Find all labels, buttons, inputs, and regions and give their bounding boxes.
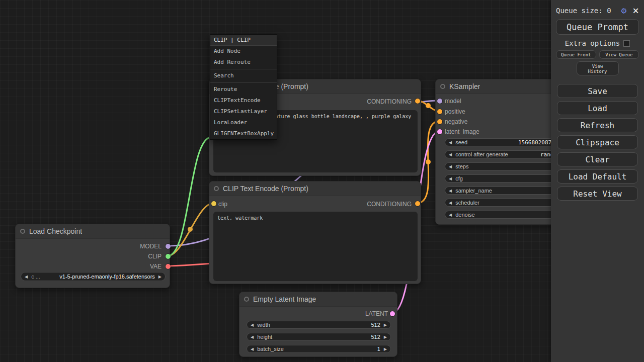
next-arrow-icon[interactable]: ▶ [384, 335, 387, 339]
conditioning-output-label: CONDITIONING [367, 201, 412, 208]
widget-label: denoise [455, 212, 475, 218]
widget-label: batch_size [257, 346, 284, 352]
prev-arrow-icon[interactable]: ◀ [449, 189, 452, 193]
collapse-dot[interactable] [244, 297, 249, 302]
width-widget[interactable]: ◀ width 512 ▶ [247, 321, 391, 329]
height-widget[interactable]: ◀ height 512 ▶ [247, 333, 391, 341]
widget-value: 512 [371, 322, 380, 328]
conditioning-output-dot[interactable] [415, 201, 420, 206]
batch-size-widget[interactable]: ◀ batch_size 1 ▶ [247, 345, 391, 353]
model-input-dot[interactable] [437, 99, 442, 104]
prev-arrow-icon[interactable]: ◀ [449, 201, 452, 205]
menu-item-cliptextencode[interactable]: CLIPTextEncode [210, 95, 277, 106]
comfy-menu-panel: Queue size: 0 ⚙ × Queue Prompt Extra opt… [551, 0, 644, 362]
clear-button[interactable]: Clear [557, 152, 638, 166]
link-dot-clip [188, 227, 193, 232]
node-header[interactable]: Load Checkpoint [16, 224, 170, 239]
prompt-textarea[interactable]: text, watermark [213, 212, 418, 281]
node-empty-latent-image: Empty Latent Image LATENT ◀ width 512 ▶ … [239, 292, 397, 357]
widget-label: steps [455, 163, 468, 169]
widget-label: sampler_name [455, 188, 492, 194]
close-icon[interactable]: × [632, 6, 639, 15]
scheduler-widget[interactable]: ◀ scheduler ▶ [445, 199, 566, 207]
context-menu-title: CLIP | CLIP [210, 35, 277, 46]
sampler-name-widget[interactable]: ◀ sampler_name ▶ [445, 187, 566, 195]
seed-widget[interactable]: ◀ seed 1566802087 ▶ [445, 138, 566, 146]
vae-output-dot[interactable] [166, 264, 171, 269]
denoise-widget[interactable]: ◀ denoise ▶ [445, 211, 566, 219]
view-queue-button[interactable]: View Queue [599, 50, 639, 59]
menu-item-gligentextboxapply[interactable]: GLIGENTextBoxApply [210, 128, 277, 139]
widget-label: control after generate [455, 151, 508, 157]
conditioning-output-label: CONDITIONING [367, 98, 412, 105]
node-header[interactable]: Empty Latent Image [239, 292, 397, 307]
widget-label: seed [455, 139, 467, 145]
latent-input-label: latent_image [445, 128, 479, 135]
menu-item-search[interactable]: Search [210, 70, 277, 81]
model-input-label: model [445, 98, 461, 105]
widget-label: c ... [31, 274, 40, 280]
clipspace-button[interactable]: Clipspace [557, 135, 638, 149]
refresh-button[interactable]: Refresh [557, 118, 638, 132]
widget-label: width [257, 322, 270, 328]
prev-arrow-icon[interactable]: ◀ [449, 152, 452, 157]
clip-output-label: CLIP [148, 253, 162, 260]
link-dot-negative [426, 159, 431, 164]
settings-gear-icon[interactable]: ⚙ [621, 6, 627, 15]
prev-arrow-icon[interactable]: ◀ [251, 335, 254, 339]
save-button[interactable]: Save [557, 84, 638, 98]
prev-arrow-icon[interactable]: ◀ [251, 323, 254, 327]
model-output-dot[interactable] [166, 244, 171, 249]
cfg-widget[interactable]: ◀ cfg ▶ [445, 174, 566, 183]
queue-front-button[interactable]: Queue Front [556, 50, 596, 59]
ckpt-name-widget[interactable]: ◀ c ... v1-5-pruned-emaonly-fp16.safeten… [21, 272, 166, 281]
next-arrow-icon[interactable]: ▶ [384, 323, 387, 327]
prev-arrow-icon[interactable]: ◀ [449, 213, 452, 217]
node-load-checkpoint: Load Checkpoint MODEL CLIP VAE ◀ c ... v… [15, 224, 170, 288]
next-arrow-icon[interactable]: ▶ [158, 275, 162, 279]
load-default-button[interactable]: Load Default [557, 169, 638, 184]
link-release-context-menu: CLIP | CLIP Add Node Add Reroute Search … [210, 34, 277, 140]
link-clip-dragging [168, 137, 211, 256]
steps-widget[interactable]: ◀ steps ▶ [445, 162, 566, 170]
widget-label: scheduler [455, 200, 479, 206]
view-history-button[interactable]: View History [577, 61, 619, 75]
queue-size-label: Queue size: 0 [556, 7, 611, 15]
menu-item-add-node[interactable]: Add Node [210, 46, 277, 57]
comfyui-window: CLIP Text Encode (Prompt) clip CONDITION… [0, 0, 644, 362]
link-dot-positive [426, 103, 431, 108]
prev-arrow-icon[interactable]: ◀ [449, 140, 452, 145]
collapse-dot[interactable] [20, 229, 25, 234]
prev-arrow-icon[interactable]: ◀ [25, 275, 28, 279]
clip-output-dot[interactable] [166, 254, 171, 259]
reset-view-button[interactable]: Reset View [557, 187, 638, 201]
menu-item-loraloader[interactable]: LoraLoader [210, 117, 277, 128]
positive-input-dot[interactable] [437, 109, 442, 114]
clip-input-label: clip [218, 201, 227, 208]
node-title: CLIP Text Encode (Prompt) [223, 185, 308, 193]
extra-options-checkbox[interactable] [623, 40, 630, 47]
prev-arrow-icon[interactable]: ◀ [251, 347, 254, 351]
negative-input-dot[interactable] [437, 119, 442, 124]
menu-separator [210, 82, 277, 83]
node-header[interactable]: CLIP Text Encode (Prompt) [209, 182, 421, 196]
latent-output-dot[interactable] [390, 311, 395, 316]
next-arrow-icon[interactable]: ▶ [384, 347, 387, 351]
load-button[interactable]: Load [557, 101, 638, 115]
prev-arrow-icon[interactable]: ◀ [449, 176, 452, 181]
collapse-dot[interactable] [214, 186, 219, 191]
negative-input-label: negative [445, 118, 467, 125]
menu-item-reroute[interactable]: Reroute [210, 84, 277, 95]
widget-value: 1 [377, 346, 380, 352]
latent-input-dot[interactable] [437, 129, 442, 134]
conditioning-output-dot[interactable] [415, 99, 420, 104]
collapse-dot[interactable] [440, 84, 445, 89]
widget-value: 512 [371, 334, 380, 340]
node-title: Load Checkpoint [29, 227, 82, 235]
prev-arrow-icon[interactable]: ◀ [449, 164, 452, 169]
control-after-generate-widget[interactable]: ◀ control after generate randomize ▶ [445, 150, 566, 158]
queue-prompt-button[interactable]: Queue Prompt [556, 19, 639, 35]
clip-input-dot[interactable] [211, 201, 216, 206]
menu-item-clipsetlastlayer[interactable]: CLIPSetLastLayer [210, 106, 277, 117]
menu-item-add-reroute[interactable]: Add Reroute [210, 57, 277, 68]
